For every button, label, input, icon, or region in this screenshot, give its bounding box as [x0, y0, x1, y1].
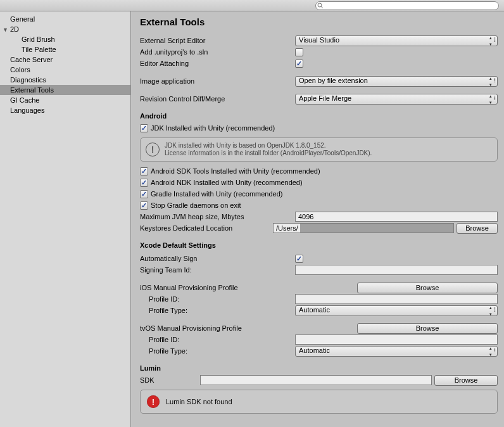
sidebar-item-gi-cache[interactable]: GI Cache	[0, 95, 130, 105]
external-script-editor-label: External Script Editor	[140, 37, 295, 44]
jvm-heap-field[interactable]	[295, 212, 498, 222]
lumin-error-text: Lumin SDK not found	[166, 398, 232, 405]
gradle-checkbox[interactable]	[140, 190, 148, 198]
ios-provisioning-label: iOS Manual Provisioning Profile	[140, 284, 274, 291]
android-ndk-checkbox[interactable]	[140, 179, 148, 187]
add-unityproj-label: Add .unityproj's to .sln	[140, 48, 295, 56]
preferences-sidebar: General ▼2D Grid Brush Tile Palette Cach…	[0, 11, 131, 427]
editor-attaching-checkbox[interactable]	[295, 60, 303, 68]
revision-control-select[interactable]: Apple File Merge	[295, 94, 498, 105]
jdk-checkbox[interactable]	[140, 124, 148, 132]
lumin-section-header: Lumin	[140, 364, 498, 372]
tvos-profile-id-label: Profile ID:	[140, 336, 295, 343]
keystore-location-field[interactable]	[273, 223, 454, 233]
android-ndk-label: Android NDK Installed with Unity (recomm…	[151, 179, 303, 186]
ios-profile-id-label: Profile ID:	[140, 295, 295, 303]
gradle-label: Gradle Installed with Unity (recommended…	[151, 190, 282, 198]
ios-profile-type-select[interactable]: Automatic	[295, 305, 498, 316]
jdk-label: JDK Installed with Unity (recommended)	[151, 124, 275, 132]
sidebar-item-tile-palette[interactable]: Tile Palette	[0, 44, 130, 54]
preferences-content: External Tools External Script Editor Vi…	[131, 11, 504, 427]
android-sdk-tools-checkbox[interactable]	[140, 167, 148, 175]
svg-point-0	[318, 3, 322, 7]
disclosure-triangle-icon[interactable]: ▼	[3, 25, 8, 35]
stop-gradle-label: Stop Gradle daemons on exit	[151, 201, 241, 209]
sidebar-item-cache-server[interactable]: Cache Server	[0, 54, 130, 65]
stop-gradle-checkbox[interactable]	[140, 201, 148, 210]
keystore-location-label: Keystores Dedicated Location	[140, 224, 273, 232]
info-icon: !	[146, 143, 160, 156]
signing-team-id-label: Signing Team Id:	[140, 266, 295, 274]
android-section-header: Android	[140, 112, 498, 120]
lumin-sdk-browse-button[interactable]: Browse	[434, 375, 498, 386]
auto-sign-checkbox[interactable]	[295, 255, 303, 263]
signing-team-id-field[interactable]	[295, 265, 498, 275]
svg-line-1	[321, 6, 323, 8]
sidebar-item-diagnostics[interactable]: Diagnostics	[0, 75, 130, 85]
editor-attaching-label: Editor Attaching	[140, 60, 295, 67]
page-title: External Tools	[140, 16, 498, 27]
auto-sign-label: Automatically Sign	[140, 255, 295, 262]
image-application-select[interactable]: Open by file extension	[295, 76, 498, 87]
external-script-editor-select[interactable]: Visual Studio	[295, 35, 498, 46]
tvos-profile-id-field[interactable]	[295, 335, 498, 345]
lumin-sdk-field[interactable]	[200, 375, 432, 385]
search-input[interactable]	[315, 1, 499, 10]
add-unityproj-checkbox[interactable]	[295, 48, 303, 56]
xcode-section-header: Xcode Default Settings	[140, 241, 498, 249]
ios-profile-type-label: Profile Type:	[140, 307, 295, 314]
sidebar-item-2d[interactable]: ▼2D	[0, 24, 130, 34]
jvm-heap-label: Maximum JVM heap size, Mbytes	[140, 213, 295, 220]
tvos-profile-type-select[interactable]: Automatic	[295, 346, 498, 357]
sidebar-item-colors[interactable]: Colors	[0, 65, 130, 75]
error-icon: !	[147, 395, 160, 408]
ios-provisioning-browse-button[interactable]: Browse	[357, 283, 498, 293]
revision-control-label: Revision Control Diff/Merge	[140, 95, 295, 103]
keystore-browse-button[interactable]: Browse	[457, 223, 498, 234]
search-icon	[317, 3, 324, 9]
tvos-provisioning-browse-button[interactable]: Browse	[357, 323, 498, 334]
top-toolbar	[0, 0, 504, 11]
android-sdk-tools-label: Android SDK Tools Installed with Unity (…	[151, 167, 320, 175]
lumin-sdk-label: SDK	[140, 376, 200, 384]
sidebar-item-general[interactable]: General	[0, 14, 130, 24]
sidebar-item-languages[interactable]: Languages	[0, 105, 130, 115]
ios-profile-id-field[interactable]	[295, 294, 498, 304]
lumin-error-box: ! Lumin SDK not found	[140, 390, 498, 414]
image-application-label: Image application	[140, 77, 295, 85]
tvos-provisioning-label: tvOS Manual Provisioning Profile	[140, 324, 274, 332]
sidebar-item-external-tools[interactable]: External Tools	[0, 85, 130, 95]
tvos-profile-type-label: Profile Type:	[140, 347, 295, 355]
sidebar-item-grid-brush[interactable]: Grid Brush	[0, 34, 130, 44]
jdk-info-box: ! JDK installed with Unity is based on O…	[140, 137, 498, 162]
